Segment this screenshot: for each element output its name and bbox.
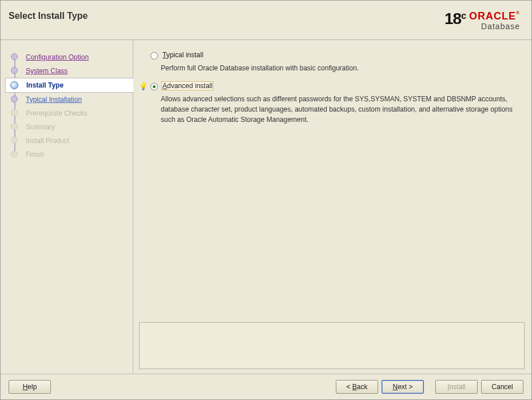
step-system-class[interactable]: System Class: [11, 64, 133, 78]
logo-brand: ORACLE®: [469, 11, 520, 21]
option-desc-advanced: Allows advanced selections such as diffe…: [161, 94, 525, 125]
step-dot-icon: [11, 151, 18, 157]
product-logo: 18c ORACLE® Database: [444, 11, 520, 30]
footer: Help < Back Next > Install Cancel: [1, 374, 531, 399]
step-configuration-option[interactable]: Configuration Option: [11, 50, 133, 64]
step-dot-icon: [11, 123, 18, 130]
step-dot-icon: [11, 96, 18, 102]
page-title: Select Install Type: [9, 11, 88, 21]
option-label-typical: Typical install: [161, 50, 204, 59]
header: Select Install Type 18c ORACLE® Database: [1, 1, 531, 37]
option-desc-typical: Perform full Oracle Database installatio…: [161, 63, 525, 73]
option-label-advanced: Advanced install: [161, 81, 213, 90]
step-dot-icon: [11, 137, 18, 144]
step-install-type[interactable]: Install Type: [5, 78, 133, 93]
back-button[interactable]: < Back: [336, 380, 378, 394]
radio-advanced-install[interactable]: [150, 83, 158, 90]
wizard-steps: Configuration Option System Class Instal…: [1, 50, 133, 161]
cancel-button[interactable]: Cancel: [481, 380, 523, 394]
option-advanced-install[interactable]: 💡 Advanced install: [139, 81, 525, 90]
hint-icon: 💡: [139, 82, 147, 90]
step-dot-icon: [10, 81, 18, 89]
message-area: [139, 322, 525, 369]
logo-sub: Database: [469, 22, 520, 30]
step-dot-icon: [11, 67, 18, 74]
step-typical-installation[interactable]: Typical Installation: [11, 93, 133, 106]
step-install-product: Install Product: [11, 134, 133, 148]
install-button: Install: [435, 380, 478, 394]
next-button[interactable]: Next >: [382, 380, 424, 394]
radio-typical-install[interactable]: [150, 52, 158, 60]
logo-version: 18c: [444, 11, 466, 27]
main-panel: Typical install Perform full Oracle Data…: [133, 40, 531, 374]
step-dot-icon: [11, 109, 18, 116]
step-dot-icon: [11, 53, 18, 60]
step-summary: Summary: [11, 120, 133, 134]
step-prerequisite-checks: Prerequisite Checks: [11, 106, 133, 120]
step-finish: Finish: [11, 148, 133, 161]
body: Configuration Option System Class Instal…: [1, 40, 531, 374]
sidebar: Configuration Option System Class Instal…: [1, 40, 133, 374]
help-button[interactable]: Help: [9, 380, 51, 394]
option-typical-install[interactable]: Typical install: [139, 50, 525, 60]
